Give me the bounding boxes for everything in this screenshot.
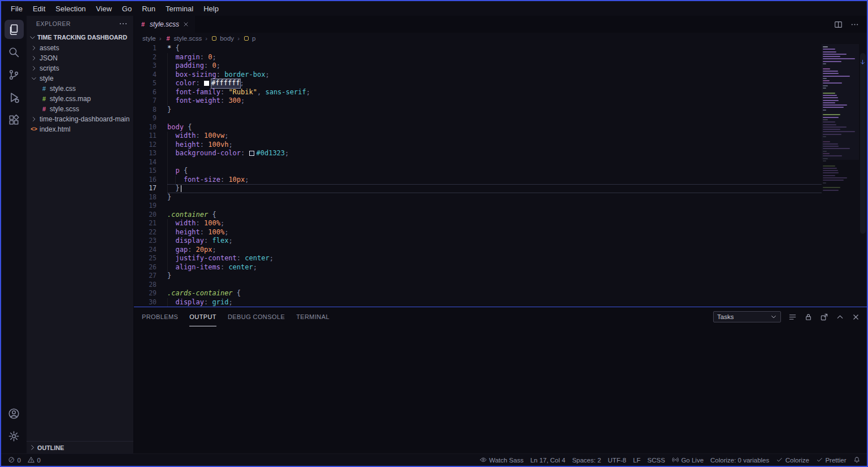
code-line[interactable]: 23display: flex; [134, 237, 867, 246]
panel-tab-problems[interactable]: PROBLEMS [142, 307, 178, 326]
code-line[interactable]: 8} [134, 106, 867, 115]
code-line[interactable]: 18} [134, 193, 867, 202]
code-line[interactable]: 26align-items: center; [134, 263, 867, 272]
colorize-count[interactable]: Colorize: 0 variables [707, 454, 772, 466]
activity-search[interactable] [5, 42, 24, 62]
warnings[interactable]: 0 [24, 454, 44, 466]
tree-item-index-html[interactable]: <>index.html [27, 124, 133, 134]
code-line[interactable]: 15p { [134, 167, 867, 176]
code-token [261, 88, 265, 97]
code-line[interactable]: 13background-color: #0d1323; [134, 149, 867, 158]
color-swatch-white[interactable] [204, 81, 209, 86]
tree-item-json[interactable]: JSON [27, 53, 133, 63]
indentation[interactable]: Spaces: 2 [568, 454, 604, 466]
breadcrumb-item-p[interactable]: p [243, 35, 255, 42]
code-line[interactable]: 20.container { [134, 211, 867, 220]
activity-source-control[interactable] [5, 65, 24, 84]
code-line[interactable]: 30display: grid; [134, 298, 867, 307]
tree-item-style[interactable]: style [27, 73, 133, 84]
menu-item-run[interactable]: Run [137, 3, 160, 14]
activity-extensions[interactable] [5, 110, 24, 129]
tree-item-style-scss[interactable]: #style.scss [27, 104, 133, 114]
menu-item-selection[interactable]: Selection [50, 3, 90, 14]
tree-item-style-css[interactable]: #style.css [27, 84, 133, 94]
encoding[interactable]: UTF-8 [605, 454, 630, 466]
split-editor-icon[interactable] [834, 20, 843, 29]
outline-section[interactable]: OUTLINE [27, 441, 133, 453]
code-line[interactable]: 9 [134, 114, 867, 123]
prettier[interactable]: Prettier [813, 454, 850, 466]
minimap-line [823, 78, 827, 79]
code-line[interactable]: 4box-sizing: border-box; [134, 71, 867, 80]
scrollbar-thumb[interactable] [860, 53, 866, 234]
colorize[interactable]: Colorize [772, 454, 813, 466]
code-line[interactable]: 29.cards-container { [134, 289, 867, 298]
breadcrumb-item-style-scss[interactable]: #style.scss [165, 35, 202, 42]
code-line[interactable]: 21width: 100%; [134, 219, 867, 228]
line-number: 19 [134, 202, 157, 211]
tree-item-scripts[interactable]: scripts [27, 63, 133, 73]
code-line[interactable]: 12height: 100vh; [134, 141, 867, 150]
code-line[interactable]: 24gap: 20px; [134, 246, 867, 255]
menu-item-help[interactable]: Help [198, 3, 224, 14]
menu-item-terminal[interactable]: Terminal [160, 3, 198, 14]
menu-item-go[interactable]: Go [117, 3, 137, 14]
errors[interactable]: 0 [5, 454, 24, 466]
lock-icon[interactable] [804, 313, 813, 321]
output-channel-dropdown[interactable]: Tasks [713, 311, 781, 322]
code-line[interactable]: 2margin: 0; [134, 53, 867, 62]
menu-item-edit[interactable]: Edit [28, 3, 50, 14]
language-mode[interactable]: SCSS [644, 454, 669, 466]
close-tab-icon[interactable] [183, 21, 189, 28]
code-line[interactable]: 3padding: 0; [134, 62, 867, 71]
notifications[interactable] [850, 454, 864, 466]
activity-settings[interactable] [5, 426, 24, 446]
code-line[interactable]: 10body { [134, 123, 867, 132]
code-line[interactable]: 5color: #ffffff; [134, 79, 867, 88]
activity-account[interactable] [5, 404, 24, 423]
code-token: ; [240, 79, 244, 88]
activity-explorer[interactable] [5, 20, 24, 39]
code-line[interactable]: 17} [134, 184, 867, 193]
code-line[interactable]: 6font-family: "Rubik", sans-serif; [134, 88, 867, 97]
tree-item-assets[interactable]: assets [27, 43, 133, 53]
more-actions-icon[interactable] [850, 20, 859, 29]
tree-item-style-css-map[interactable]: #style.css.map [27, 94, 133, 104]
eol[interactable]: LF [630, 454, 644, 466]
activity-run-debug[interactable] [5, 88, 24, 107]
code-line[interactable]: 16font-size: 10px; [134, 176, 867, 185]
tree-item-time-tracking-dashboard-main[interactable]: time-tracking-dashboard-main [27, 114, 133, 124]
code-line[interactable]: 1* { [134, 44, 867, 53]
code-line[interactable]: 28 [134, 281, 867, 290]
code-line[interactable]: 25justify-content: center; [134, 254, 867, 263]
menu-item-view[interactable]: View [91, 3, 117, 14]
watch-sass[interactable]: Watch Sass [476, 454, 527, 466]
maximize-panel-icon[interactable] [836, 313, 844, 321]
panel-tab-debug-console[interactable]: DEBUG CONSOLE [228, 307, 285, 326]
line-number: 7 [134, 97, 157, 106]
close-panel-icon[interactable] [852, 313, 860, 321]
open-log-icon[interactable] [820, 313, 828, 321]
panel-tab-output[interactable]: OUTPUT [189, 307, 216, 326]
tab-style-scss[interactable]: # style.scss [134, 16, 196, 33]
code-line[interactable]: 27} [134, 272, 867, 281]
panel-tab-terminal[interactable]: TERMINAL [296, 307, 329, 326]
code-line[interactable]: 14 [134, 158, 867, 167]
breadcrumb-item-style[interactable]: style [142, 35, 156, 42]
chevron-right-icon [31, 55, 37, 62]
go-live[interactable]: Go Live [669, 454, 707, 466]
cursor-position[interactable]: Ln 17, Col 4 [527, 454, 568, 466]
code-line[interactable]: 22height: 100%; [134, 228, 867, 237]
project-root-row[interactable]: TIME TRACKING DASHBOARD [27, 32, 133, 43]
color-swatch-dark[interactable] [249, 151, 254, 156]
line-number: 27 [134, 272, 157, 281]
code-line[interactable]: 7font-weight: 300; [134, 97, 867, 106]
minimap[interactable] [823, 46, 858, 192]
code-editor[interactable]: 1* {2margin: 0;3padding: 0;4box-sizing: … [134, 44, 867, 307]
code-line[interactable]: 11width: 100vw; [134, 132, 867, 141]
more-actions-icon[interactable] [119, 19, 128, 28]
clear-output-icon[interactable] [788, 313, 797, 321]
code-line[interactable]: 19 [134, 202, 867, 211]
breadcrumb-item-body[interactable]: body [211, 35, 234, 42]
menu-item-file[interactable]: File [6, 3, 28, 14]
